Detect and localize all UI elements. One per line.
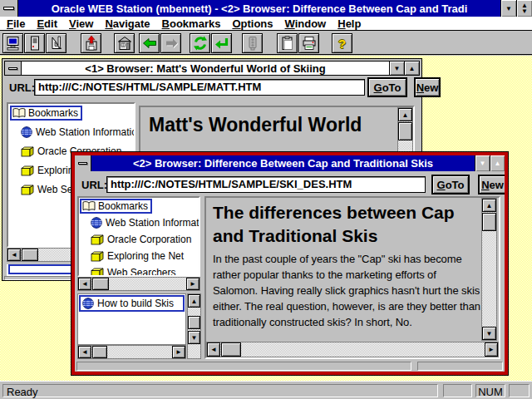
up-arrow-icon: ▲ <box>402 111 409 119</box>
scrollbar-thumb[interactable] <box>188 316 200 329</box>
window2-selected-page-item[interactable]: How to build Skis <box>79 295 185 312</box>
left-arrow-icon: ◄ <box>81 348 88 356</box>
scroll-up-button[interactable]: ▲ <box>482 199 496 212</box>
help-icon: ? <box>338 37 346 51</box>
up-arrow-icon: ▲ <box>191 298 198 305</box>
mdi-desktop: <1> Browser: Matt's Wonderful World of S… <box>0 56 532 381</box>
window2-content-hscrollbar[interactable]: ◄ ► <box>206 342 499 357</box>
scroll-right-button[interactable]: ► <box>172 346 185 358</box>
status-cell-1 <box>443 384 472 397</box>
menu-help[interactable]: Help <box>337 17 361 30</box>
window2-title-bar[interactable]: <2> Browser: Difference Between Cap and … <box>75 155 505 171</box>
window2-page-heading: The differences between Cap and Traditio… <box>213 201 480 248</box>
window1-title-bar[interactable]: <1> Browser: Matt's Wonderful World of S… <box>4 61 420 76</box>
globe-icon <box>82 298 94 309</box>
down-arrow-icon: ▼ <box>191 334 198 342</box>
app-system-menu-button[interactable] <box>0 0 18 17</box>
window2-new-button[interactable]: New <box>479 175 505 194</box>
window2-bookmark-oracle-corporation[interactable]: Oracle Corporation <box>91 234 191 245</box>
scroll-up-button[interactable]: ▲ <box>398 108 412 121</box>
window2-content-vscrollbar[interactable]: ▲ ▼ <box>481 198 497 341</box>
scroll-left-button[interactable]: ◄ <box>7 249 21 261</box>
window2-minimize-button[interactable]: ▼ <box>475 155 490 171</box>
window1-bookmark-web-station-information[interactable]: Web Station Information <box>21 126 135 138</box>
scroll-left-button[interactable]: ◄ <box>207 342 220 357</box>
menu-navigate[interactable]: Navigate <box>105 17 150 30</box>
window2-bookmarks-header[interactable]: Bookmarks <box>80 199 152 214</box>
scroll-up-button[interactable]: ▲ <box>188 294 200 308</box>
print-icon <box>302 36 317 51</box>
design-tools-button[interactable] <box>46 33 66 53</box>
window2-current-page-vscrollbar[interactable]: ▲ ▼ <box>187 293 201 359</box>
window2-goto-button[interactable]: GoTo <box>432 175 469 194</box>
return-button[interactable] <box>211 33 232 53</box>
scroll-down-button[interactable]: ▼ <box>188 331 200 344</box>
window2-bookmark-web-station-information[interactable]: Web Station Information <box>91 217 200 229</box>
app-minimize-button[interactable]: ▼ <box>500 0 516 17</box>
print-button[interactable] <box>298 33 319 53</box>
paste-button[interactable] <box>277 33 298 53</box>
window2-maximize-button[interactable]: ▲ <box>490 155 505 171</box>
window1-minimize-button[interactable]: ▼ <box>389 62 404 75</box>
scrollbar-thumb[interactable] <box>22 249 38 261</box>
reload-button[interactable] <box>190 33 210 53</box>
scrollbar-thumb[interactable] <box>482 213 496 231</box>
home-button[interactable] <box>114 33 135 53</box>
window2-bookmarks-hscrollbar[interactable]: ◄ ► <box>77 277 200 291</box>
window1-system-menu-button[interactable] <box>5 62 22 75</box>
traffic-light-button[interactable] <box>242 33 263 53</box>
browser-window-2: <2> Browser: Difference Between Cap and … <box>71 151 509 376</box>
app-title: Oracle WEB Station (mbennett) - <2> Brow… <box>18 2 500 15</box>
system-menu-icon <box>3 7 14 10</box>
scroll-left-button[interactable]: ◄ <box>78 346 91 358</box>
book-icon <box>91 251 104 262</box>
save-upload-button[interactable] <box>81 33 101 53</box>
workstation-icon <box>6 36 21 51</box>
scrollbar-thumb[interactable] <box>398 122 412 140</box>
window1-new-button[interactable]: New <box>415 78 440 96</box>
right-arrow-icon: ► <box>175 348 182 356</box>
menu-view[interactable]: View <box>69 17 93 30</box>
window2-current-page-hscrollbar[interactable]: ◄ ► <box>77 345 186 359</box>
open-book-icon <box>12 107 26 119</box>
menu-window[interactable]: Window <box>285 17 327 30</box>
app-restore-button[interactable]: ▲▼ <box>516 0 532 17</box>
forward-icon <box>164 36 179 51</box>
scrollbar-thumb[interactable] <box>92 346 107 358</box>
window2-system-menu-button[interactable] <box>75 155 91 171</box>
oracle-web-station-app: Oracle WEB Station (mbennett) - <2> Brow… <box>0 0 532 399</box>
scrollbar-thumb[interactable] <box>92 278 109 290</box>
scroll-right-button[interactable]: ► <box>186 278 200 290</box>
menu-file[interactable]: File <box>7 17 25 30</box>
back-button[interactable] <box>139 33 160 53</box>
window1-goto-button[interactable]: GoTo <box>368 78 406 96</box>
window2-bookmark-exploring-the-net[interactable]: Exploring the Net <box>91 250 184 262</box>
book-icon <box>21 185 34 195</box>
status-cell-2 <box>509 384 530 397</box>
window2-bookmark-web-searchers[interactable]: Web Searchers <box>91 267 175 277</box>
menu-bookmarks[interactable]: Bookmarks <box>162 17 221 30</box>
scrollbar-thumb[interactable] <box>221 342 241 357</box>
server-button[interactable] <box>24 33 45 53</box>
window2-page-content: The differences between Cap and Traditio… <box>204 196 500 359</box>
minimize-icon: ▼ <box>480 160 486 167</box>
window1-bookmarks-header[interactable]: Bookmarks <box>10 106 82 121</box>
menu-options[interactable]: Options <box>232 17 273 30</box>
up-arrow-icon: ▲ <box>486 202 493 209</box>
scroll-down-button[interactable]: ▼ <box>482 327 496 340</box>
status-message: Ready <box>2 384 438 397</box>
window1-maximize-button[interactable]: ▲ <box>404 62 419 75</box>
scroll-left-button[interactable]: ◄ <box>78 278 91 290</box>
menu-bar: File Edit View Navigate Bookmarks Option… <box>0 17 532 31</box>
scroll-right-button[interactable]: ► <box>485 342 498 357</box>
maximize-icon: ▲ <box>495 160 501 167</box>
forward-button[interactable] <box>160 33 181 53</box>
workstation-button[interactable] <box>2 33 23 53</box>
window2-url-input[interactable]: http:///C:/NOTES/HTML/SAMPLE/SKI_DES.HTM <box>106 176 426 193</box>
menu-edit[interactable]: Edit <box>37 17 57 30</box>
app-title-bar: Oracle WEB Station (mbennett) - <2> Brow… <box>0 0 532 17</box>
window1-url-input[interactable]: http:///C:/NOTES/HTML/SAMPLE/MATT.HTM <box>34 79 365 96</box>
help-button[interactable]: ? <box>332 33 352 53</box>
left-arrow-icon: ◄ <box>210 346 217 353</box>
save-upload-icon <box>84 36 99 51</box>
